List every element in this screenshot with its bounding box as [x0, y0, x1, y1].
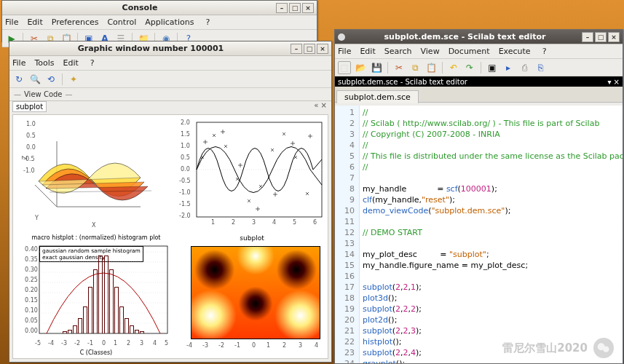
- subplot-dropdown[interactable]: subplot: [12, 101, 47, 112]
- axis-y-label: Y: [35, 215, 39, 221]
- minimize-button[interactable]: –: [276, 3, 288, 13]
- console-title: Console: [5, 3, 275, 12]
- menu-control[interactable]: Control: [107, 17, 136, 27]
- minimize-button[interactable]: –: [582, 32, 593, 42]
- menu-edit[interactable]: Edit: [27, 17, 42, 27]
- datatip-icon[interactable]: ✦: [67, 73, 80, 86]
- rotate-icon[interactable]: ↻: [12, 73, 25, 86]
- menu-help[interactable]: ?: [90, 58, 95, 68]
- menu-search[interactable]: Search: [384, 47, 412, 56]
- open-icon[interactable]: 📂: [354, 61, 367, 74]
- cut-icon[interactable]: ✂: [392, 61, 406, 74]
- editor-tabs: subplot.dem.sce: [335, 87, 623, 103]
- subplot-3d: 1.0 0.5 0.0 -0.5 -1.0 Z X Y: [26, 119, 165, 227]
- tab-file[interactable]: subplot.dem.sce: [336, 90, 419, 103]
- console-window: Console – □ × File Edit Preferences Cont…: [1, 0, 317, 42]
- menu-file[interactable]: File: [12, 58, 25, 68]
- paste-icon[interactable]: 📋: [424, 61, 438, 74]
- print-icon[interactable]: ⎙: [518, 61, 531, 74]
- menu-edit[interactable]: Edit: [63, 58, 79, 68]
- collapse-icon[interactable]: « ×: [314, 101, 327, 109]
- undo-icon[interactable]: ↶: [447, 61, 460, 74]
- close-button[interactable]: ×: [302, 3, 314, 13]
- exec-icon[interactable]: ▣: [486, 61, 499, 74]
- menu-file[interactable]: File: [5, 17, 18, 27]
- watermark-text: 雷尼尔雪山2020: [502, 341, 588, 355]
- exec-all-icon[interactable]: ⎘: [534, 61, 547, 74]
- close-button[interactable]: ×: [608, 32, 620, 42]
- line-gutter: 1234567891011121314151617181920212223242…: [335, 106, 360, 363]
- graphic-menubar: File Tools Edit ?: [9, 56, 331, 71]
- exec-into-icon[interactable]: ▸: [502, 61, 515, 74]
- graphic-window: Graphic window number 100001 – □ × File …: [9, 41, 332, 363]
- axis-x-label: X: [92, 222, 95, 229]
- axis-z-label: Z: [22, 156, 28, 159]
- viewcode-bar[interactable]: View Code: [9, 88, 331, 101]
- redo-icon[interactable]: ↷: [463, 61, 476, 74]
- app-icon: [338, 33, 345, 41]
- menu-tools[interactable]: Tools: [34, 58, 54, 68]
- editor-pathbar: subplot.dem.sce - Scilab text editor▾ ×: [335, 76, 623, 87]
- code-area[interactable]: //// Scilab ( http://www.scilab.org/ ) -…: [360, 106, 623, 363]
- close-button[interactable]: ×: [317, 44, 328, 54]
- graphic-titlebar[interactable]: Graphic window number 100001 – □ ×: [9, 41, 331, 56]
- editor-menubar: File Edit Search View Document Execute ?: [335, 44, 623, 59]
- editor-titlebar[interactable]: subplot.dem.sce - Scilab text editor – □…: [335, 30, 623, 44]
- menu-edit[interactable]: Edit: [360, 47, 375, 56]
- console-titlebar[interactable]: Console – □ ×: [2, 1, 317, 15]
- wechat-icon: [593, 338, 614, 358]
- editor-body[interactable]: 1234567891011121314151617181920212223242…: [335, 106, 623, 363]
- minimize-button[interactable]: –: [291, 44, 302, 54]
- maximize-button[interactable]: □: [304, 44, 315, 54]
- zoom-area-icon[interactable]: 🔍: [28, 73, 42, 86]
- subplot-heat: [191, 246, 320, 339]
- hist-xlabel: C (Classes): [20, 349, 172, 356]
- menu-preferences[interactable]: Preferences: [52, 17, 99, 27]
- reset-zoom-icon[interactable]: ⟲: [44, 73, 58, 86]
- menu-view[interactable]: View: [421, 47, 440, 56]
- new-icon[interactable]: □: [338, 61, 351, 74]
- plot-canvas: 1.0 0.5 0.0 -0.5 -1.0 Z X Y: [12, 114, 328, 359]
- console-menubar: File Edit Preferences Control Applicatio…: [2, 15, 317, 30]
- copy-icon[interactable]: ⧉: [408, 61, 422, 74]
- graphic-toolbar: ↻ 🔍 ⟲ ✦: [9, 71, 331, 88]
- menu-help[interactable]: ?: [205, 17, 210, 27]
- menu-applications[interactable]: Applications: [145, 17, 194, 27]
- svg-point-53: [603, 347, 609, 352]
- subplot-2d: 2.0 1.5 1.0 0.5 0.0 -0.5 -1.0 -1.5 -2.0 …: [179, 119, 325, 227]
- subplot-hist: gaussian random sample histogram exact g…: [29, 245, 170, 347]
- menu-file[interactable]: File: [338, 47, 351, 56]
- editor-title: subplot.dem.sce - Scilab text editor: [349, 32, 580, 41]
- graphic-title: Graphic window number 100001: [12, 44, 289, 53]
- subplot-title: subplot: [179, 234, 325, 242]
- editor-window: subplot.dem.sce - Scilab text editor – □…: [334, 29, 623, 364]
- menu-document[interactable]: Document: [449, 47, 490, 56]
- hist-title: macro histplot : (normalized) histogram …: [20, 234, 172, 241]
- editor-toolbar: □ 📂 💾 ✂ ⧉ 📋 ↶ ↷ ▣ ▸ ⎙ ⎘: [335, 59, 623, 76]
- save-icon[interactable]: 💾: [370, 61, 383, 74]
- menu-execute[interactable]: Execute: [499, 47, 531, 56]
- menu-help[interactable]: ?: [542, 47, 547, 56]
- maximize-button[interactable]: □: [595, 32, 607, 42]
- maximize-button[interactable]: □: [289, 3, 301, 13]
